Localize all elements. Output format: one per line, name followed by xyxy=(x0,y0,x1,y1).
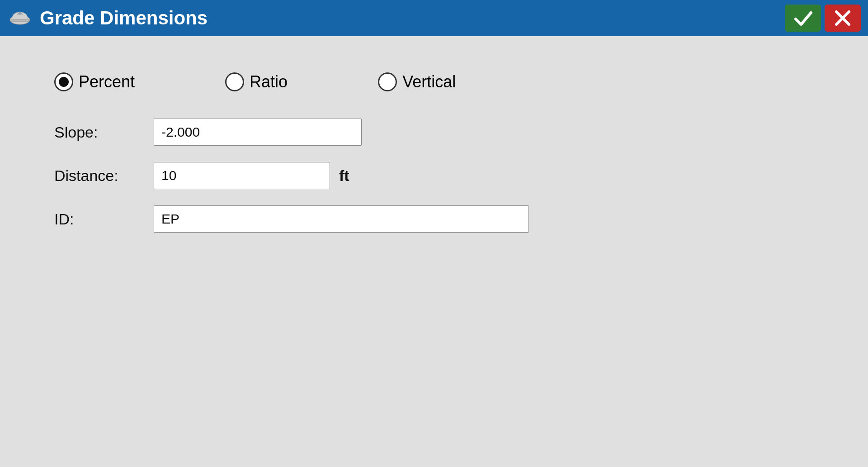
distance-row: Distance: ft xyxy=(54,162,832,189)
content-area: Percent Ratio Vertical Slope: Distance: … xyxy=(0,36,868,260)
radio-percent-circle[interactable] xyxy=(54,72,73,91)
svg-point-2 xyxy=(19,12,21,15)
title-buttons xyxy=(785,5,861,32)
radio-ratio[interactable]: Ratio xyxy=(225,72,288,91)
id-label: ID: xyxy=(54,210,145,228)
ok-button[interactable] xyxy=(785,5,821,32)
radio-percent-label: Percent xyxy=(79,72,135,91)
radio-vertical-circle[interactable] xyxy=(378,72,397,91)
radio-vertical-label: Vertical xyxy=(402,72,456,91)
cancel-button[interactable] xyxy=(825,5,861,32)
title-bar: Grade Dimensions xyxy=(0,0,868,36)
svg-rect-1 xyxy=(11,19,29,22)
app-icon xyxy=(7,5,33,31)
radio-ratio-label: Ratio xyxy=(250,72,288,91)
slope-row: Slope: xyxy=(54,119,832,146)
id-row: ID: xyxy=(54,205,832,233)
distance-input[interactable] xyxy=(154,162,330,189)
distance-unit: ft xyxy=(339,167,349,185)
radio-ratio-circle[interactable] xyxy=(225,72,244,91)
radio-group: Percent Ratio Vertical xyxy=(54,72,832,91)
distance-label: Distance: xyxy=(54,167,145,185)
id-input[interactable] xyxy=(154,205,529,233)
page-title: Grade Dimensions xyxy=(40,7,778,29)
radio-percent[interactable]: Percent xyxy=(54,72,135,91)
form-section: Slope: Distance: ft ID: xyxy=(54,119,832,233)
slope-input[interactable] xyxy=(154,119,362,146)
radio-vertical[interactable]: Vertical xyxy=(378,72,456,91)
slope-label: Slope: xyxy=(54,124,145,141)
